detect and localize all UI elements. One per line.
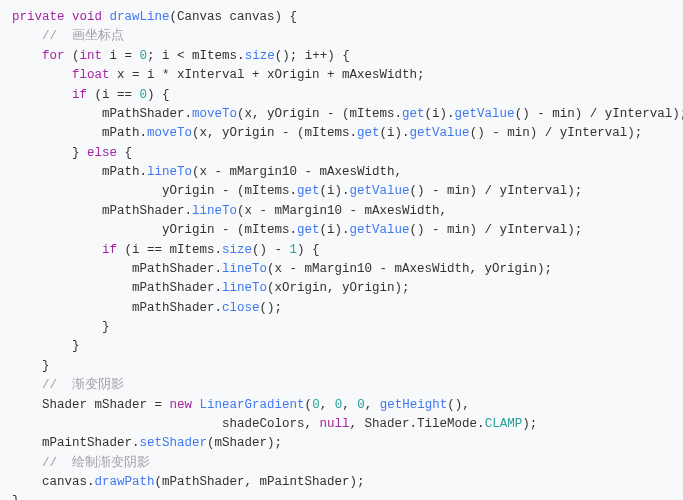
code-line: shadeColors, null, Shader.TileMode.CLAMP… — [12, 417, 537, 431]
code-line: mPath.moveTo(x, yOrigin - (mItems.get(i)… — [12, 126, 642, 140]
code-line: mPathShader.lineTo(xOrigin, yOrigin); — [12, 281, 410, 295]
code-line: yOrigin - (mItems.get(i).getValue() - mi… — [12, 184, 582, 198]
code-line: if (i == 0) { — [12, 88, 170, 102]
code-line: yOrigin - (mItems.get(i).getValue() - mi… — [12, 223, 582, 237]
code-line: // 渐变阴影 — [12, 378, 124, 392]
code-line: } — [12, 494, 20, 500]
code-line: float x = i * xInterval + xOrigin + mAxe… — [12, 68, 425, 82]
code-line: } — [12, 359, 50, 373]
code-line: mPath.lineTo(x - mMargin10 - mAxesWidth, — [12, 165, 402, 179]
code-line: private void drawLine(Canvas canvas) { — [12, 10, 297, 24]
code-line: } — [12, 320, 110, 334]
code-line: if (i == mItems.size() - 1) { — [12, 243, 320, 257]
code-line: mPathShader.lineTo(x - mMargin10 - mAxes… — [12, 204, 447, 218]
code-line: } — [12, 339, 80, 353]
code-line: // 画坐标点 — [12, 29, 124, 43]
code-line: mPaintShader.setShader(mShader); — [12, 436, 282, 450]
code-line: mPathShader.close(); — [12, 301, 282, 315]
code-line: } else { — [12, 146, 132, 160]
code-line: Shader mShader = new LinearGradient(0, 0… — [12, 398, 470, 412]
code-line: // 绘制渐变阴影 — [12, 456, 150, 470]
code-line: canvas.drawPath(mPathShader, mPaintShade… — [12, 475, 365, 489]
code-line: mPathShader.moveTo(x, yOrigin - (mItems.… — [12, 107, 683, 121]
code-line: for (int i = 0; i < mItems.size(); i++) … — [12, 49, 350, 63]
code-block: private void drawLine(Canvas canvas) { /… — [12, 8, 671, 500]
code-line: mPathShader.lineTo(x - mMargin10 - mAxes… — [12, 262, 552, 276]
